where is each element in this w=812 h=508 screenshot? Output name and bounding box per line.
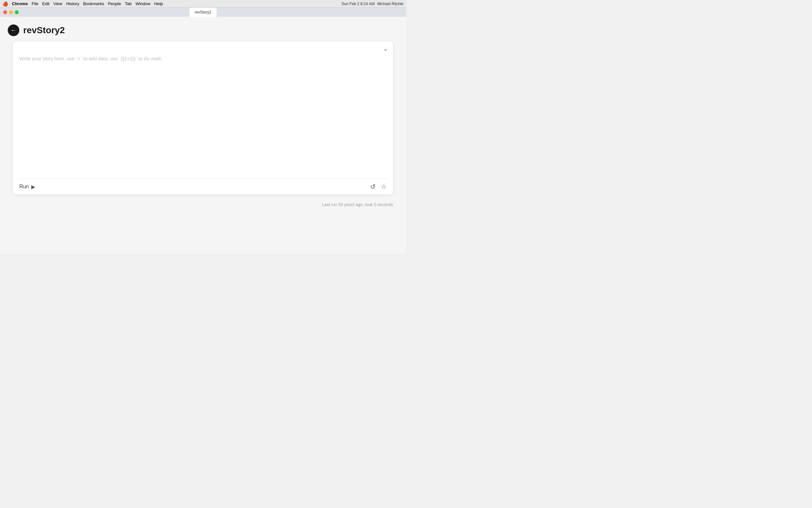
page-content: ← revStory2 ⌄ Run ▶ ↺ ☆ Last run 50 year	[0, 17, 406, 254]
tab-title-text: revStory2	[195, 10, 211, 14]
traffic-lights	[3, 10, 19, 14]
browser-tab[interactable]: revStory2	[189, 8, 216, 17]
menu-view[interactable]: View	[53, 1, 62, 6]
chevron-down-icon[interactable]: ⌄	[383, 45, 388, 52]
apple-icon[interactable]: 🍎	[3, 1, 8, 6]
page-header: ← revStory2	[0, 17, 406, 41]
run-button[interactable]: Run ▶	[19, 184, 35, 190]
story-card: ⌄ Run ▶ ↺ ☆	[13, 41, 393, 195]
chrome-titlebar: revStory2	[0, 8, 406, 17]
last-run-text: Last run 50 years ago, took 0 seconds	[0, 200, 406, 207]
traffic-light-minimize[interactable]	[9, 10, 13, 14]
star-button[interactable]: ☆	[381, 183, 387, 190]
menu-edit[interactable]: Edit	[42, 1, 49, 6]
menu-help[interactable]: Help	[154, 1, 163, 6]
story-card-header: ⌄	[13, 41, 393, 55]
run-button-label: Run	[19, 184, 29, 189]
menu-history[interactable]: History	[66, 1, 79, 6]
run-play-icon: ▶	[31, 184, 35, 190]
refresh-button[interactable]: ↺	[370, 183, 376, 190]
story-textarea-wrapper	[13, 55, 393, 179]
menubar: 🍎 Chrome File Edit View History Bookmark…	[0, 0, 406, 8]
traffic-light-maximize[interactable]	[15, 10, 19, 14]
story-textarea[interactable]	[19, 55, 387, 171]
menu-people[interactable]: People	[108, 1, 121, 6]
menu-chrome[interactable]: Chrome	[12, 1, 28, 6]
menu-file[interactable]: File	[32, 1, 38, 6]
story-card-footer: Run ▶ ↺ ☆	[13, 179, 393, 195]
back-button[interactable]: ←	[8, 25, 19, 36]
footer-icons: ↺ ☆	[370, 183, 387, 190]
menubar-left: 🍎 Chrome File Edit View History Bookmark…	[3, 1, 163, 6]
traffic-light-close[interactable]	[3, 10, 7, 14]
page-title: revStory2	[23, 25, 65, 36]
menu-tab[interactable]: Tab	[125, 1, 131, 6]
menubar-user: Michael Ritchie	[377, 2, 403, 6]
menu-bookmarks[interactable]: Bookmarks	[83, 1, 104, 6]
menubar-time: Sun Feb 2 8:24 AM	[342, 2, 375, 6]
back-arrow-icon: ←	[11, 28, 16, 33]
menu-window[interactable]: Window	[135, 1, 150, 6]
menubar-right: Sun Feb 2 8:24 AM Michael Ritchie	[342, 2, 403, 6]
